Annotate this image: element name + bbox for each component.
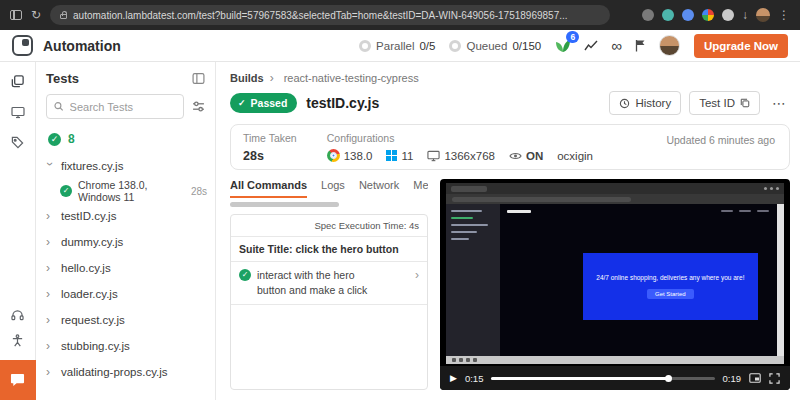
- tabs-scrollbar: [230, 202, 428, 207]
- notification-badge: 6: [566, 31, 579, 43]
- collapse-panel-icon[interactable]: [192, 72, 205, 85]
- analytics-icon[interactable]: [584, 40, 598, 52]
- test-run-item[interactable]: ✓ Chrome 138.0, Windows 11 28s: [36, 179, 215, 203]
- overflow-menu-button[interactable]: ⋯: [768, 93, 790, 113]
- filter-icon[interactable]: [192, 100, 205, 113]
- tab-network[interactable]: Network: [359, 179, 399, 196]
- video-progress-knob[interactable]: [665, 375, 672, 382]
- queued-value: 0/150: [512, 40, 541, 52]
- chevron-down-icon: ›: [43, 162, 57, 170]
- play-icon[interactable]: ▶: [450, 373, 457, 383]
- breadcrumb: Builds › react-native-testing-cypress: [230, 70, 790, 86]
- time-taken-label: Time Taken: [243, 132, 297, 144]
- lambdatest-logo[interactable]: [12, 35, 33, 56]
- passed-count-row[interactable]: ✓ 8: [36, 125, 215, 153]
- test-file-item[interactable]: › stubbing.cy.js: [36, 333, 215, 359]
- parallel-stat[interactable]: Parallel 0/5: [359, 40, 435, 52]
- chat-widget-button[interactable]: [0, 360, 36, 400]
- flag-icon[interactable]: [635, 39, 646, 52]
- video-frame: 24/7 online shopping, deliveries any whe…: [446, 183, 784, 364]
- parallel-label: Parallel: [376, 40, 414, 52]
- video-progress-bar[interactable]: [491, 377, 714, 380]
- rail-bottom: [0, 309, 36, 400]
- recorded-hero-banner: 24/7 online shopping, deliveries any whe…: [583, 253, 758, 320]
- extension-icon[interactable]: [722, 9, 734, 21]
- browser-menu-icon[interactable]: ⋮: [778, 8, 790, 22]
- chevron-right-icon: ›: [46, 313, 54, 327]
- refresh-icon[interactable]: ↻: [31, 8, 41, 22]
- app-header: Automation Parallel 0/5 Queued 0/150 6: [0, 30, 800, 62]
- support-headset-icon[interactable]: [11, 309, 24, 321]
- commands-column: All Commands Logs Network Met Spec Execu…: [230, 179, 428, 390]
- updates-icon[interactable]: 6: [555, 39, 571, 53]
- sidebar-item-projects-icon[interactable]: [11, 136, 24, 149]
- recorded-hero-text: 24/7 online shopping, deliveries any whe…: [596, 273, 744, 283]
- tab-all-commands[interactable]: All Commands: [230, 179, 307, 198]
- browser-config: 138.0: [327, 149, 373, 162]
- status-check-icon: ✓: [238, 98, 246, 108]
- page-title: Automation: [43, 38, 121, 54]
- chrome-icon: [327, 149, 340, 162]
- header-actions: Parallel 0/5 Queued 0/150 6 ∞: [359, 34, 788, 58]
- chevron-right-icon: ›: [46, 209, 54, 223]
- test-file-name: testID.cy.js: [61, 210, 116, 222]
- extension-icon[interactable]: [662, 9, 674, 21]
- test-file-item[interactable]: › loader.cy.js: [36, 281, 215, 307]
- fullscreen-icon[interactable]: [769, 373, 780, 384]
- side-panel-icon[interactable]: [10, 10, 22, 20]
- queued-stat[interactable]: Queued 0/150: [449, 40, 541, 52]
- infinity-icon[interactable]: ∞: [611, 40, 622, 52]
- test-file-item[interactable]: › request.cy.js: [36, 307, 215, 333]
- test-file-item[interactable]: › validating-props.cy.js: [36, 359, 215, 385]
- upgrade-button[interactable]: Upgrade Now: [694, 34, 788, 58]
- test-id-button[interactable]: Test ID: [689, 91, 760, 115]
- search-input[interactable]: [70, 101, 176, 113]
- queued-progress-icon: [449, 40, 461, 52]
- test-info-card: Time Taken 28s Configurations 138.0 11: [230, 124, 790, 170]
- test-actions: History Test ID ⋯: [609, 91, 790, 115]
- scrollbar-thumb[interactable]: [230, 202, 339, 207]
- suite-title-row[interactable]: Suite Title: click the hero button: [231, 237, 427, 262]
- chevron-right-icon: ›: [46, 339, 54, 353]
- tab-logs[interactable]: Logs: [321, 179, 345, 196]
- test-file-item[interactable]: › hello.cy.js: [36, 255, 215, 281]
- sidebar-item-realtime-icon[interactable]: [11, 106, 25, 119]
- extension-icon[interactable]: [642, 9, 654, 21]
- video-total-time: 0:19: [723, 373, 742, 384]
- breadcrumb-builds-link[interactable]: Builds: [230, 72, 264, 84]
- recorded-browser-urlbar: [446, 194, 784, 204]
- user-avatar[interactable]: [659, 35, 680, 56]
- test-title-row: ✓ Passed testID.cy.js History Test ID ⋯: [230, 91, 790, 115]
- app-root: ↻ automation.lambdatest.com/test?build=5…: [0, 0, 800, 400]
- test-file-name: validating-props.cy.js: [61, 366, 168, 378]
- extension-icon[interactable]: [702, 9, 714, 21]
- browser-extensions: ↓ ⋮: [642, 8, 790, 22]
- passed-count: 8: [68, 132, 75, 146]
- test-file-item[interactable]: › testID.cy.js: [36, 203, 215, 229]
- video-player[interactable]: 24/7 online shopping, deliveries any whe…: [440, 179, 790, 390]
- url-bar[interactable]: automation.lambdatest.com/test?build=579…: [50, 5, 610, 25]
- picture-in-picture-icon[interactable]: [749, 373, 761, 383]
- configurations-label: Configurations: [327, 132, 593, 144]
- test-file-item[interactable]: › dummy.cy.js: [36, 229, 215, 255]
- recorded-browser-tab: [451, 186, 487, 192]
- accessibility-icon[interactable]: [11, 334, 24, 347]
- resolution-config: 1366x768: [427, 150, 495, 162]
- search-row: [36, 92, 215, 125]
- main-content: Builds › react-native-testing-cypress ✓ …: [216, 62, 800, 400]
- test-file-expanded[interactable]: › fixtures.cy.js: [36, 153, 215, 179]
- spec-execution-time: Spec Execution Time: 4s: [231, 215, 427, 237]
- tab-metrics[interactable]: Met: [413, 179, 428, 196]
- test-file-name: request.cy.js: [61, 314, 125, 326]
- recorded-site-logo: [507, 210, 531, 213]
- copy-icon: [740, 98, 750, 108]
- browser-profile-avatar[interactable]: [756, 8, 770, 22]
- tests-title: Tests: [46, 71, 79, 86]
- url-text: automation.lambdatest.com/test?build=579…: [73, 10, 567, 21]
- command-step-row[interactable]: ✓ interact with the hero button and make…: [231, 262, 427, 305]
- download-icon[interactable]: ↓: [742, 8, 748, 22]
- sidebar-item-automation-icon[interactable]: [10, 74, 25, 89]
- search-box: [46, 94, 184, 119]
- history-button[interactable]: History: [609, 91, 681, 115]
- extension-icon[interactable]: [682, 9, 694, 21]
